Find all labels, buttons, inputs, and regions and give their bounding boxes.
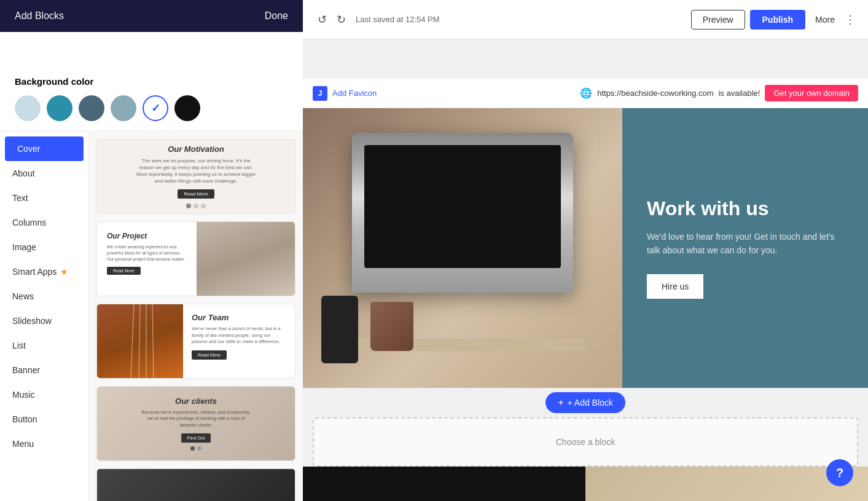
get-domain-button[interactable]: Get your own domain bbox=[765, 85, 858, 101]
sidebar-item-music[interactable]: Music bbox=[0, 382, 88, 407]
star-icon: ★ bbox=[60, 267, 68, 277]
bottom-right-image bbox=[585, 467, 868, 501]
more-button[interactable]: More bbox=[810, 12, 840, 27]
done-button[interactable]: Done bbox=[265, 10, 288, 22]
template-clients2[interactable]: Our clients Because we're experienced, r… bbox=[96, 468, 295, 501]
sidebar-nav: Cover About Text Columns Image Smart App… bbox=[0, 132, 89, 501]
swatch-black[interactable] bbox=[174, 95, 200, 121]
tmpl-clients1-text: Because we're experienced, reliable, and… bbox=[141, 409, 251, 429]
url-available: is available! bbox=[718, 89, 760, 98]
tmpl-team-image bbox=[97, 304, 183, 378]
more-options-icon[interactable]: ⋮ bbox=[845, 13, 856, 26]
hero-photo bbox=[303, 108, 622, 388]
hero-background-image bbox=[303, 108, 622, 388]
tmpl-motivation-title: Our Motivation bbox=[168, 144, 224, 154]
header-right: Preview Publish More ⋮ bbox=[691, 10, 856, 30]
swatch-dark-teal[interactable] bbox=[79, 95, 104, 121]
publish-button[interactable]: Publish bbox=[750, 10, 806, 30]
tmpl-team-title: Our Team bbox=[192, 313, 286, 322]
tmpl-clients1-btn[interactable]: Find Out bbox=[181, 433, 211, 443]
tmpl-team-btn[interactable]: Read More bbox=[192, 350, 227, 360]
globe-icon: 🌐 bbox=[580, 87, 592, 99]
tmpl-project-image bbox=[197, 222, 295, 296]
header-left: ↺ ↻ Last saved at 12:54 PM bbox=[315, 10, 440, 29]
sidebar-item-list[interactable]: List bbox=[0, 333, 88, 358]
choose-block-area[interactable]: Choose a block bbox=[313, 417, 858, 467]
undo-button[interactable]: ↺ bbox=[315, 10, 329, 29]
hero-description: We'd love to hear from you! Get in touch… bbox=[647, 230, 843, 258]
template-team[interactable]: Our Team We've never than a bunch of ner… bbox=[96, 304, 295, 379]
svg-line-0 bbox=[131, 304, 134, 378]
template-clients1[interactable]: Our clients Because we're experienced, r… bbox=[96, 386, 295, 461]
top-bar: Add Blocks Done bbox=[0, 0, 303, 32]
swatch-transparent[interactable] bbox=[143, 95, 168, 121]
help-button[interactable]: ? bbox=[826, 459, 853, 486]
bottom-strip bbox=[303, 467, 868, 501]
template-project[interactable]: Our Project We create amazing experience… bbox=[96, 221, 295, 296]
sidebar-item-news[interactable]: News bbox=[0, 284, 88, 309]
url-section: 🌐 https://beachside-coworking.com is ava… bbox=[580, 85, 858, 101]
hero-section: Work with us We'd love to hear from you!… bbox=[303, 108, 868, 388]
add-favicon-link[interactable]: Add Favicon bbox=[332, 89, 377, 98]
last-saved-label: Last saved at 12:54 PM bbox=[356, 15, 440, 24]
block-templates: Our Motivation The work we do purpose, o… bbox=[89, 132, 303, 501]
bg-color-title: Background color bbox=[15, 76, 288, 87]
sidebar-item-banner[interactable]: Banner bbox=[0, 358, 88, 382]
add-block-bar: + + Add Block bbox=[303, 393, 868, 412]
tmpl-team-desc: We've never than a bunch of nerds, but i… bbox=[192, 326, 286, 345]
add-block-button[interactable]: + + Add Block bbox=[545, 392, 625, 413]
sidebar-item-slideshow[interactable]: Slideshow bbox=[0, 309, 88, 333]
tmpl-project-title: Our Project bbox=[107, 232, 187, 240]
hire-us-button[interactable]: Hire us bbox=[647, 274, 703, 299]
sidebar-item-columns[interactable]: Columns bbox=[0, 210, 88, 235]
sidebar-item-button[interactable]: Button bbox=[0, 407, 88, 432]
svg-line-1 bbox=[139, 304, 140, 378]
tmpl-motivation-btn[interactable]: Read More bbox=[178, 189, 214, 199]
header-bar: ↺ ↻ Last saved at 12:54 PM Preview Publi… bbox=[303, 0, 868, 39]
swatch-medium-blue[interactable] bbox=[111, 95, 136, 121]
hero-right-panel: Work with us We'd love to hear from you!… bbox=[622, 108, 868, 388]
sidebar-item-about[interactable]: About bbox=[0, 161, 88, 186]
browser-bar: J Add Favicon 🌐 https://beachside-cowork… bbox=[303, 79, 868, 108]
sidebar-item-cover[interactable]: Cover bbox=[5, 136, 84, 161]
tmpl-project-btn[interactable]: Read More bbox=[107, 267, 141, 275]
sidebar-item-menu[interactable]: Menu bbox=[0, 432, 88, 456]
swatch-teal[interactable] bbox=[47, 95, 72, 121]
history-controls: ↺ ↻ bbox=[315, 10, 348, 29]
sidebar-item-smart-apps[interactable]: Smart Apps ★ bbox=[0, 259, 88, 284]
svg-line-3 bbox=[152, 304, 154, 378]
website-content: Work with us We'd love to hear from you!… bbox=[303, 108, 868, 501]
redo-button[interactable]: ↻ bbox=[334, 10, 348, 29]
choose-block-label: Choose a block bbox=[556, 437, 616, 447]
sidebar-item-text[interactable]: Text bbox=[0, 186, 88, 210]
favicon-section: J Add Favicon bbox=[313, 86, 377, 101]
hero-title: Work with us bbox=[647, 197, 843, 220]
template-motivation[interactable]: Our Motivation The work we do purpose, o… bbox=[96, 139, 295, 214]
tmpl-clients1-title: Our clients bbox=[175, 396, 217, 406]
tmpl-project-desc: We create amazing experiences and powerf… bbox=[107, 244, 187, 262]
tmpl-motivation-text: The work we do purpose, our driving forc… bbox=[135, 157, 257, 185]
preview-button[interactable]: Preview bbox=[691, 10, 745, 30]
add-block-label: + Add Block bbox=[568, 398, 613, 408]
swatch-light-blue[interactable] bbox=[15, 95, 41, 121]
color-swatches bbox=[15, 95, 288, 121]
add-blocks-title: Add Blocks bbox=[15, 10, 64, 22]
favicon-icon: J bbox=[313, 86, 327, 101]
bg-color-section: Background color bbox=[0, 64, 303, 132]
sidebar-item-image[interactable]: Image bbox=[0, 235, 88, 259]
plus-icon: + bbox=[558, 397, 563, 408]
url-text: https://beachside-coworking.com bbox=[597, 89, 713, 98]
bottom-left-image bbox=[303, 467, 585, 501]
